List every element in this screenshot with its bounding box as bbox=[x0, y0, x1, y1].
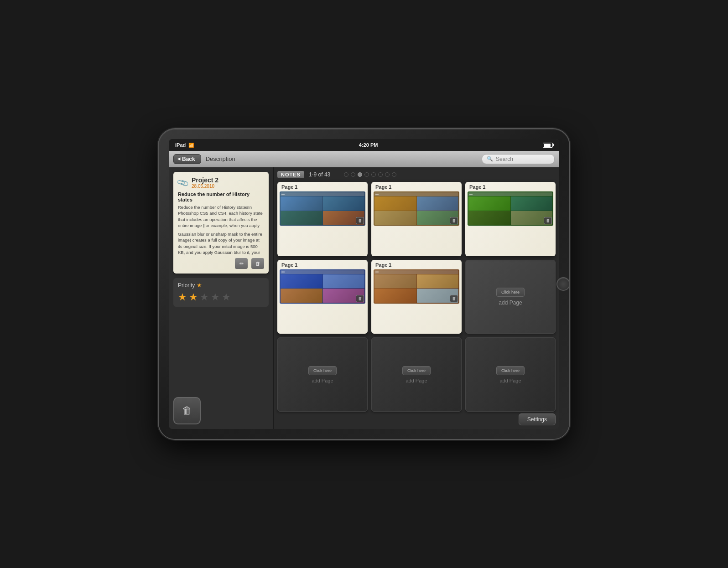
note-actions: ✏ 🗑 bbox=[178, 258, 264, 269]
page-card-3[interactable]: Page 1 🗑 bbox=[465, 182, 556, 256]
notes-count: 1-9 of 43 bbox=[309, 171, 330, 178]
dot-4[interactable] bbox=[364, 172, 369, 177]
note-heading: Reduce the number of History states bbox=[178, 191, 264, 202]
page-card-2[interactable]: Page 1 🗑 bbox=[371, 182, 462, 256]
page-dots bbox=[344, 172, 396, 177]
page-card-4[interactable]: Page 1 🗑 bbox=[277, 260, 368, 334]
page-thumbnail-3: 🗑 bbox=[468, 191, 553, 226]
add-page-label-3: add Page bbox=[499, 378, 521, 383]
page-thumbnail-4: 🗑 bbox=[280, 269, 365, 304]
page-delete-5[interactable]: 🗑 bbox=[450, 295, 458, 302]
page-title-5: Page 1 bbox=[374, 262, 391, 268]
page-title-3: Page 1 bbox=[468, 184, 485, 190]
add-page-card-1[interactable]: Click here add Page bbox=[277, 337, 368, 412]
dot-3[interactable] bbox=[358, 172, 362, 177]
pages-grid: Page 1 🗑 bbox=[277, 182, 556, 412]
page-delete-3[interactable]: 🗑 bbox=[544, 217, 552, 224]
description-label: Description bbox=[206, 155, 235, 162]
click-here-button-3[interactable]: Click here bbox=[496, 366, 525, 375]
back-button[interactable]: Back bbox=[173, 154, 201, 164]
click-here-button-2[interactable]: Click here bbox=[402, 366, 431, 375]
nav-bar: Back Description 🔍 bbox=[169, 151, 559, 167]
page-delete-2[interactable]: 🗑 bbox=[450, 217, 458, 224]
priority-star-icon: ★ bbox=[197, 282, 202, 289]
dot-1[interactable] bbox=[344, 172, 348, 177]
notes-header: NOTES 1-9 of 43 bbox=[277, 171, 556, 178]
click-here-button-1[interactable]: Click here bbox=[308, 366, 337, 375]
page-title-2: Page 1 bbox=[374, 184, 391, 190]
left-panel: 📎 Project 2 28.05.2010 Reduce the number… bbox=[169, 167, 274, 429]
add-page-label-1: add Page bbox=[312, 378, 333, 383]
click-here-button-prominent[interactable]: Click here bbox=[496, 288, 525, 297]
page-card-1[interactable]: Page 1 🗑 bbox=[277, 182, 368, 256]
add-page-label-2: add Page bbox=[406, 378, 427, 383]
page-thumbnail-2: 🗑 bbox=[374, 191, 459, 226]
page-card-5[interactable]: Page 1 🗑 bbox=[371, 260, 462, 334]
dot-8[interactable] bbox=[392, 172, 396, 177]
dot-7[interactable] bbox=[385, 172, 390, 177]
ipad-screen: iPad 📶 4:20 PM Back Description 🔍 bbox=[169, 139, 559, 429]
ipad-device: iPad 📶 4:20 PM Back Description 🔍 bbox=[159, 129, 569, 439]
note-title: Project 2 bbox=[192, 176, 264, 184]
status-right bbox=[543, 143, 553, 148]
status-bar: iPad 📶 4:20 PM bbox=[169, 139, 559, 151]
add-page-card-2[interactable]: Click here add Page bbox=[371, 337, 462, 412]
wifi-icon: 📶 bbox=[188, 143, 194, 148]
note-title-area: Project 2 28.05.2010 bbox=[192, 176, 264, 189]
stars-row[interactable]: ★ ★ ★ ★ ★ bbox=[178, 291, 264, 303]
dot-6[interactable] bbox=[378, 172, 383, 177]
page-delete-4[interactable]: 🗑 bbox=[356, 295, 364, 302]
delete-large-button[interactable]: 🗑 bbox=[173, 397, 201, 424]
settings-button[interactable]: Settings bbox=[519, 413, 556, 425]
note-card-header: 📎 Project 2 28.05.2010 bbox=[178, 176, 264, 189]
page-title-1: Page 1 bbox=[280, 184, 297, 190]
note-date: 28.05.2010 bbox=[192, 184, 264, 189]
note-body-1: Reduce the number of History statesIn Ph… bbox=[178, 204, 264, 228]
star-4[interactable]: ★ bbox=[211, 291, 220, 303]
time-label: 4:20 PM bbox=[359, 142, 378, 148]
home-button[interactable] bbox=[556, 277, 570, 291]
page-title-4: Page 1 bbox=[280, 262, 297, 268]
search-input[interactable] bbox=[496, 156, 550, 162]
status-left: iPad 📶 bbox=[175, 142, 194, 148]
priority-label: Priority ★ bbox=[178, 282, 264, 289]
add-page-card-prominent[interactable]: Click here add Page bbox=[465, 260, 556, 334]
add-page-label-prominent: add Page bbox=[499, 299, 522, 306]
dot-5[interactable] bbox=[371, 172, 376, 177]
dot-2[interactable] bbox=[351, 172, 355, 177]
page-delete-1[interactable]: 🗑 bbox=[356, 217, 364, 224]
battery-icon bbox=[543, 143, 553, 148]
main-content: 📎 Project 2 28.05.2010 Reduce the number… bbox=[169, 167, 559, 429]
star-2[interactable]: ★ bbox=[189, 291, 198, 303]
add-page-card-3[interactable]: Click here add Page bbox=[465, 337, 556, 412]
search-bar[interactable]: 🔍 bbox=[482, 154, 555, 164]
priority-section: Priority ★ ★ ★ ★ ★ ★ bbox=[173, 278, 269, 307]
note-card: 📎 Project 2 28.05.2010 Reduce the number… bbox=[173, 172, 269, 274]
star-5[interactable]: ★ bbox=[222, 291, 231, 303]
star-1[interactable]: ★ bbox=[178, 291, 187, 303]
edit-note-button[interactable]: ✏ bbox=[235, 258, 248, 269]
right-panel: NOTES 1-9 of 43 bbox=[274, 167, 559, 429]
delete-note-button[interactable]: 🗑 bbox=[251, 258, 264, 269]
page-thumbnail-1: 🗑 bbox=[280, 191, 365, 226]
notes-badge: NOTES bbox=[277, 171, 304, 178]
star-3[interactable]: ★ bbox=[200, 291, 209, 303]
page-thumbnail-5: 🗑 bbox=[374, 269, 459, 304]
device-name-label: iPad bbox=[175, 142, 186, 148]
paperclip-icon: 📎 bbox=[176, 176, 190, 189]
note-body-2: Gaussian blur or unsharp mask to the ent… bbox=[178, 231, 264, 255]
settings-bar: Settings bbox=[277, 412, 556, 425]
search-icon: 🔍 bbox=[487, 156, 493, 162]
